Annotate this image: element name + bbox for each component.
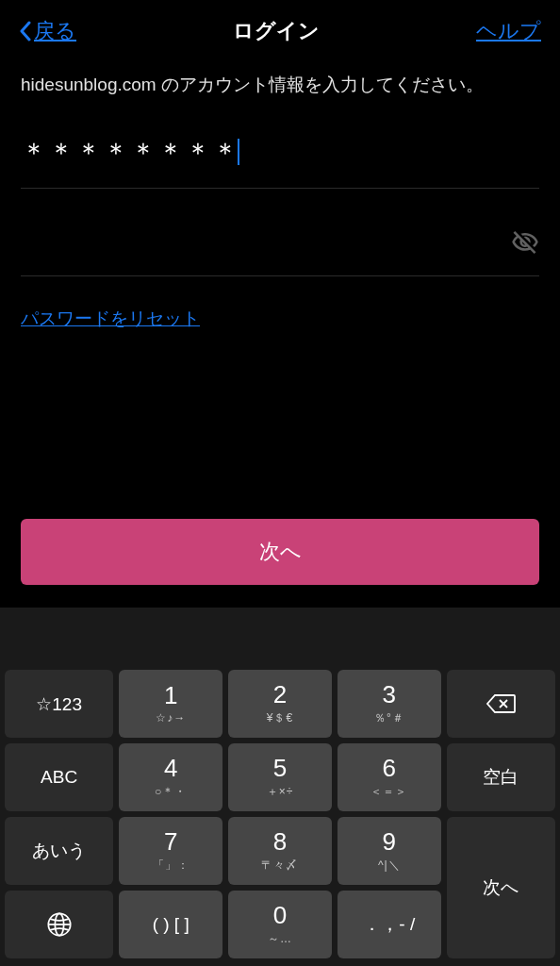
back-button[interactable]: 戻る bbox=[19, 17, 76, 45]
login-content: hidesunblog.com のアカウント情報を入力してください。 ＊＊＊＊＊… bbox=[0, 62, 560, 608]
key-label: ☆123 bbox=[36, 693, 82, 715]
key-sub: ＜＝＞ bbox=[371, 784, 407, 800]
key-main: 2 bbox=[273, 682, 287, 707]
key-sub: 「」： bbox=[153, 858, 189, 874]
keyboard-top-spacer bbox=[0, 608, 560, 664]
key-main: 4 bbox=[164, 756, 177, 780]
key-0[interactable]: 0 ～… bbox=[228, 891, 332, 958]
key-4[interactable]: 4 ○＊・ bbox=[119, 743, 222, 811]
key-main: 3 bbox=[383, 682, 396, 707]
key-3[interactable]: 3 ％°＃ bbox=[338, 670, 441, 738]
spacer bbox=[21, 331, 539, 501]
key-label: あいう bbox=[32, 839, 86, 863]
key-main: 7 bbox=[164, 829, 177, 854]
key-kana[interactable]: あいう bbox=[5, 817, 113, 885]
key-9[interactable]: 9 ^|＼ bbox=[338, 817, 441, 885]
key-6[interactable]: 6 ＜＝＞ bbox=[338, 743, 441, 811]
instruction-text: hidesunblog.com のアカウント情報を入力してください。 bbox=[21, 72, 539, 99]
key-8[interactable]: 8 〒々〆 bbox=[228, 817, 332, 885]
key-main: 6 bbox=[383, 756, 396, 780]
password-field-group[interactable] bbox=[21, 228, 539, 276]
key-globe[interactable] bbox=[5, 891, 113, 958]
key-1[interactable]: 1 ☆♪→ bbox=[119, 670, 222, 738]
key-delete[interactable] bbox=[447, 670, 555, 738]
key-parentheses[interactable]: ( ) [ ] bbox=[119, 891, 222, 958]
key-sub: ％°＃ bbox=[374, 710, 404, 726]
key-sub: ¥＄€ bbox=[267, 710, 293, 726]
key-5[interactable]: 5 ＋×÷ bbox=[228, 743, 332, 811]
key-sub: ^|＼ bbox=[378, 858, 401, 874]
page-title: ログイン bbox=[233, 17, 320, 45]
key-space[interactable]: 空白 bbox=[447, 743, 555, 811]
username-field-group: ＊＊＊＊＊＊＊＊ bbox=[21, 135, 539, 189]
visibility-off-icon[interactable] bbox=[511, 228, 539, 257]
key-label: 次へ bbox=[483, 875, 519, 900]
chevron-left-icon bbox=[19, 21, 32, 42]
key-sub: ～… bbox=[268, 931, 292, 947]
key-abc[interactable]: ABC bbox=[5, 743, 113, 811]
key-sub: ○＊・ bbox=[155, 784, 187, 800]
key-main: 9 bbox=[383, 829, 396, 854]
key-punctuation[interactable]: ．，- / bbox=[338, 891, 441, 958]
key-label: ABC bbox=[41, 767, 77, 788]
key-sub: ＋×÷ bbox=[267, 784, 294, 800]
next-button[interactable]: 次へ bbox=[21, 519, 539, 585]
key-main: 5 bbox=[273, 756, 287, 780]
key-next[interactable]: 次へ bbox=[447, 817, 555, 958]
globe-icon bbox=[46, 911, 73, 938]
key-sub: 〒々〆 bbox=[261, 858, 298, 874]
key-main: 1 bbox=[164, 683, 177, 708]
key-7[interactable]: 7 「」： bbox=[119, 817, 222, 885]
reset-password-link[interactable]: パスワードをリセット bbox=[21, 307, 539, 331]
key-2[interactable]: 2 ¥＄€ bbox=[228, 670, 332, 738]
key-label: 空白 bbox=[483, 765, 519, 790]
key-main: ( ) [ ] bbox=[153, 914, 189, 935]
key-main: 0 bbox=[273, 903, 287, 927]
username-masked-value: ＊＊＊＊＊＊＊＊ bbox=[21, 138, 239, 167]
header-bar: 戻る ログイン ヘルプ bbox=[0, 0, 560, 62]
help-link[interactable]: ヘルプ bbox=[476, 17, 541, 45]
keyboard: ☆123 1 ☆♪→ 2 ¥＄€ 3 ％°＃ ABC 4 ○＊・ bbox=[0, 664, 560, 966]
key-mode-symbol[interactable]: ☆123 bbox=[5, 670, 113, 738]
key-main: ．，- / bbox=[363, 912, 415, 937]
key-sub: ☆♪→ bbox=[156, 711, 186, 724]
key-main: 8 bbox=[273, 829, 287, 854]
text-cursor bbox=[238, 139, 239, 165]
username-input[interactable]: ＊＊＊＊＊＊＊＊ bbox=[21, 135, 539, 189]
delete-icon bbox=[486, 692, 516, 715]
back-label: 戻る bbox=[34, 17, 76, 45]
